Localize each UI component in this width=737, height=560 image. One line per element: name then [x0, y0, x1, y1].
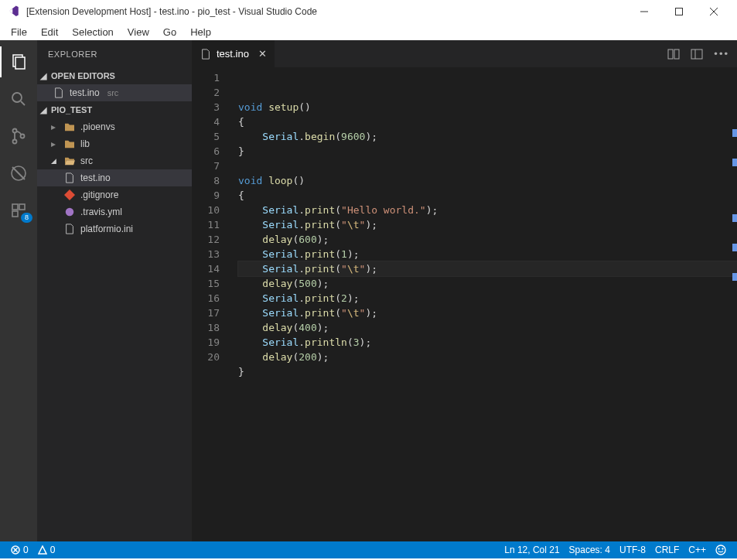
vscode-logo-icon	[6, 5, 20, 19]
svg-rect-8	[12, 204, 18, 210]
tree-folder-lib[interactable]: ▸ lib	[37, 135, 192, 152]
menubar: File Edit Selection View Go Help	[0, 23, 737, 40]
activity-debug[interactable]	[0, 158, 37, 189]
chevron-down-icon: ◢	[40, 71, 48, 81]
tree-folder-pioenvs[interactable]: ▸ .pioenvs	[37, 118, 192, 135]
status-bar: 0 0 Ln 12, Col 21 Spaces: 4 UTF-8 CRLF C…	[0, 541, 737, 558]
more-icon[interactable]: •••	[714, 48, 729, 60]
menu-edit[interactable]: Edit	[35, 25, 64, 39]
sidebar: EXPLORER ◢ OPEN EDITORS test.ino src ◢ P…	[37, 40, 192, 541]
overview-ruler	[728, 67, 737, 541]
editor-layout-icon[interactable]	[691, 48, 703, 60]
svg-rect-2	[15, 57, 25, 69]
editor-group: test.ino ✕ ••• 1234567891011121314151617…	[192, 40, 737, 541]
menu-go[interactable]: Go	[157, 25, 183, 39]
svg-point-3	[12, 93, 22, 102]
menu-selection[interactable]: Selection	[66, 25, 119, 39]
file-icon	[63, 223, 76, 235]
status-lncol[interactable]: Ln 12, Col 21	[500, 545, 564, 555]
status-feedback-icon[interactable]	[711, 545, 731, 555]
code-content[interactable]: void setup(){ Serial.begin(9600);}void l…	[232, 67, 737, 541]
section-project[interactable]: ◢ PIO_TEST	[37, 101, 192, 118]
chevron-down-icon: ◢	[40, 105, 48, 115]
svg-rect-12	[668, 50, 673, 59]
close-icon[interactable]: ✕	[258, 48, 267, 60]
code-editor[interactable]: 1234567891011121314151617181920 void set…	[192, 67, 737, 541]
window-title: [Extension Development Host] - test.ino …	[26, 6, 626, 17]
status-errors[interactable]: 0	[6, 545, 33, 555]
svg-point-11	[66, 208, 74, 217]
activity-bar: 8	[0, 40, 37, 541]
close-button[interactable]	[696, 0, 731, 23]
folder-open-icon	[63, 155, 76, 167]
svg-point-4	[13, 129, 17, 133]
svg-point-16	[716, 545, 725, 555]
tree-file-platformio[interactable]: platformio.ini	[37, 220, 192, 237]
section-open-editors[interactable]: ◢ OPEN EDITORS	[37, 67, 192, 84]
activity-extensions[interactable]: 8	[0, 195, 37, 226]
minimize-button[interactable]	[626, 0, 661, 23]
svg-point-5	[13, 140, 17, 144]
status-encoding[interactable]: UTF-8	[615, 545, 650, 555]
svg-rect-10	[12, 211, 18, 217]
file-icon	[53, 87, 65, 99]
menu-view[interactable]: View	[121, 25, 155, 39]
workbench: 8 EXPLORER ◢ OPEN EDITORS test.ino src ◢…	[0, 40, 737, 541]
tree-file-gitignore[interactable]: .gitignore	[37, 186, 192, 203]
chevron-right-icon: ▸	[51, 121, 59, 132]
titlebar: [Extension Development Host] - test.ino …	[0, 0, 737, 23]
file-icon	[63, 172, 76, 184]
status-spaces[interactable]: Spaces: 4	[565, 545, 615, 555]
maximize-button[interactable]	[661, 0, 696, 23]
svg-point-18	[722, 548, 723, 549]
file-icon	[200, 48, 212, 60]
tree-file-testino[interactable]: test.ino	[37, 169, 192, 186]
folder-icon	[63, 121, 76, 133]
status-lang[interactable]: C++	[684, 545, 711, 555]
status-warnings[interactable]: 0	[33, 545, 60, 555]
window-controls	[626, 0, 731, 23]
activity-search[interactable]	[0, 84, 37, 114]
tab-testino[interactable]: test.ino ✕	[192, 40, 275, 67]
split-editor-icon[interactable]	[667, 48, 680, 60]
line-gutter: 1234567891011121314151617181920	[192, 67, 232, 541]
svg-rect-9	[19, 204, 25, 210]
svg-point-17	[718, 548, 719, 549]
activity-scm[interactable]	[0, 121, 37, 152]
svg-rect-14	[691, 50, 702, 59]
open-editor-item[interactable]: test.ino src	[37, 84, 192, 101]
svg-rect-13	[674, 50, 679, 59]
folder-icon	[63, 138, 76, 150]
svg-rect-0	[675, 9, 682, 15]
chevron-down-icon: ◢	[51, 157, 59, 165]
tab-bar: test.ino ✕ •••	[192, 40, 737, 67]
activity-explorer[interactable]	[0, 46, 37, 77]
sidebar-title: EXPLORER	[37, 40, 192, 67]
git-icon	[63, 189, 76, 201]
extensions-badge: 8	[21, 213, 32, 223]
status-eol[interactable]: CRLF	[650, 545, 684, 555]
tree-folder-src[interactable]: ◢ src	[37, 152, 192, 169]
chevron-right-icon: ▸	[51, 138, 59, 149]
yaml-icon	[63, 206, 76, 218]
editor-actions: •••	[667, 40, 737, 67]
menu-help[interactable]: Help	[184, 25, 217, 39]
tree-file-travis[interactable]: .travis.yml	[37, 203, 192, 220]
menu-file[interactable]: File	[5, 25, 33, 39]
svg-point-6	[21, 135, 25, 138]
